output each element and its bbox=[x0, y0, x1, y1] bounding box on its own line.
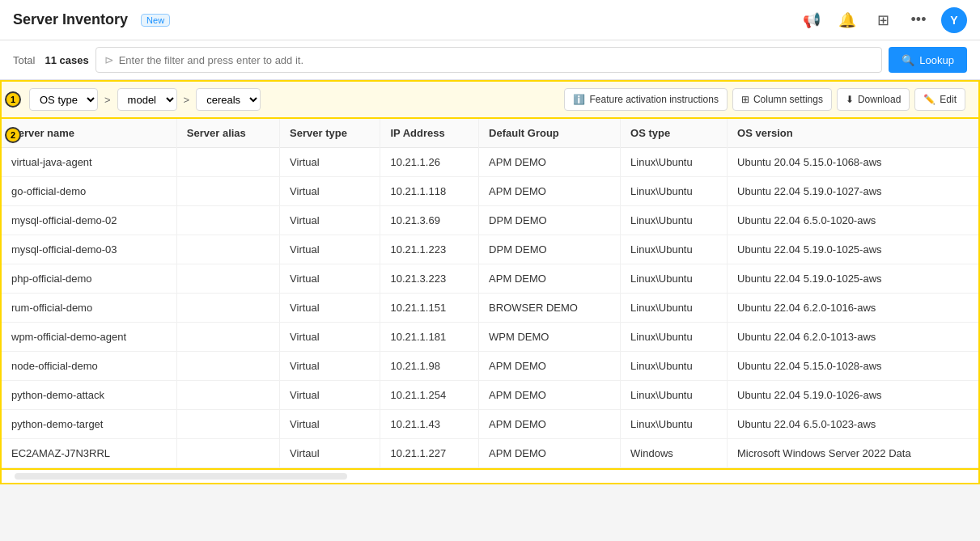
table-cell: 10.21.1.118 bbox=[380, 177, 479, 206]
table-cell: EC2AMAZ-J7N3RRL bbox=[2, 439, 176, 468]
table-cell bbox=[176, 381, 279, 410]
table-cell: APM DEMO bbox=[479, 177, 621, 206]
edit-icon: ✏️ bbox=[923, 94, 935, 105]
table-row: EC2AMAZ-J7N3RRLVirtaul10.21.1.227APM DEM… bbox=[2, 439, 978, 468]
table-cell: APM DEMO bbox=[479, 410, 621, 439]
scrollbar-track[interactable] bbox=[15, 473, 347, 480]
table-cell: APM DEMO bbox=[479, 352, 621, 381]
table-cell: Linux\Ubuntu bbox=[621, 264, 728, 294]
download-icon: ⬇ bbox=[846, 94, 854, 105]
table-cell: 10.21.1.254 bbox=[380, 381, 479, 410]
table-row: go-official-demoVirtual10.21.1.118APM DE… bbox=[2, 177, 978, 206]
header: Server Inventory New 📢 🔔 ⊞ ••• Y bbox=[0, 0, 980, 40]
table-row: virtual-java-agentVirtual10.21.1.26APM D… bbox=[2, 148, 978, 177]
feature-activation-button[interactable]: ℹ️ Feature activation instructions bbox=[564, 88, 727, 111]
col-os-type: OS type bbox=[621, 119, 728, 148]
table-cell: php-official-demo bbox=[2, 264, 176, 294]
col-server-type: Server type bbox=[280, 119, 380, 148]
table-cell bbox=[176, 294, 279, 323]
table-cell: Virtual bbox=[280, 381, 380, 410]
filter-row: 1 OS type > model > cereals ℹ️ Feature a… bbox=[0, 80, 980, 119]
table-cell: Ubuntu 22.04 6.5.0-1023-aws bbox=[728, 410, 978, 439]
table-cell: Ubuntu 22.04 5.19.0-1027-aws bbox=[728, 177, 978, 206]
table-cell: APM DEMO bbox=[479, 148, 621, 177]
new-badge: New bbox=[141, 14, 170, 27]
table-cell: Virtual bbox=[280, 177, 380, 206]
table-cell: Virtual bbox=[280, 410, 380, 439]
table-cell: Ubuntu 22.04 6.2.0-1013-aws bbox=[728, 323, 978, 352]
scrollbar-row bbox=[0, 470, 980, 484]
table-cell: Linux\Ubuntu bbox=[621, 294, 728, 323]
table-header: Server name Server alias Server type IP … bbox=[2, 119, 978, 148]
edit-button[interactable]: ✏️ Edit bbox=[914, 88, 965, 111]
table-cell: APM DEMO bbox=[479, 381, 621, 410]
table-cell bbox=[176, 439, 279, 468]
columns-icon: ⊞ bbox=[741, 94, 749, 105]
table-cell: Linux\Ubuntu bbox=[621, 381, 728, 410]
table-cell: APM DEMO bbox=[479, 439, 621, 468]
grid-icon[interactable]: ⊞ bbox=[870, 7, 896, 33]
step1-badge: 1 bbox=[5, 91, 21, 108]
column-settings-button[interactable]: ⊞ Column settings bbox=[732, 88, 832, 111]
header-icons: 📢 🔔 ⊞ ••• Y bbox=[799, 7, 967, 33]
table-cell: Virtual bbox=[280, 206, 380, 235]
filter-icon: ⊳ bbox=[104, 53, 114, 66]
arrow1: > bbox=[104, 94, 111, 106]
table-cell: Linux\Ubuntu bbox=[621, 323, 728, 352]
total-count: 11 cases bbox=[45, 54, 88, 66]
table-row: python-demo-targetVirtual10.21.1.43APM D… bbox=[2, 410, 978, 439]
table-row: mysql-official-demo-03Virtual10.21.1.223… bbox=[2, 235, 978, 264]
table-body: virtual-java-agentVirtual10.21.1.26APM D… bbox=[2, 148, 978, 468]
info-icon: ℹ️ bbox=[573, 94, 585, 105]
page-title: Server Inventory bbox=[13, 11, 128, 28]
table-cell bbox=[176, 264, 279, 294]
table-cell: python-demo-attack bbox=[2, 381, 176, 410]
col-os-version: OS version bbox=[728, 119, 978, 148]
table-cell: node-official-demo bbox=[2, 352, 176, 381]
table-cell: 10.21.1.43 bbox=[380, 410, 479, 439]
table-cell: Virtual bbox=[280, 148, 380, 177]
download-label: Download bbox=[858, 94, 901, 105]
table-cell: 10.21.1.223 bbox=[380, 235, 479, 264]
table-cell: DPM DEMO bbox=[479, 206, 621, 235]
table-row: mysql-official-demo-02Virtual10.21.3.69D… bbox=[2, 206, 978, 235]
os-type-select[interactable]: OS type bbox=[29, 88, 98, 111]
filter-input[interactable] bbox=[119, 54, 874, 66]
table-cell: mysql-official-demo-02 bbox=[2, 206, 176, 235]
table-row: rum-official-demoVirtual10.21.1.151BROWS… bbox=[2, 294, 978, 323]
col-default-group: Default Group bbox=[479, 119, 621, 148]
table-cell: Ubuntu 20.04 5.15.0-1068-aws bbox=[728, 148, 978, 177]
model-select[interactable]: model bbox=[117, 88, 177, 111]
table-cell: Ubuntu 22.04 5.19.0-1026-aws bbox=[728, 381, 978, 410]
table-cell bbox=[176, 235, 279, 264]
more-icon[interactable]: ••• bbox=[906, 7, 931, 33]
lookup-button[interactable]: 🔍 Lookup bbox=[889, 47, 967, 73]
table-cell: Virtual bbox=[280, 352, 380, 381]
megaphone-icon[interactable]: 📢 bbox=[799, 7, 825, 33]
filter-input-wrap: ⊳ bbox=[95, 47, 883, 73]
lookup-label: Lookup bbox=[919, 54, 954, 66]
table-row: wpm-official-demo-agentVirtual10.21.1.18… bbox=[2, 323, 978, 352]
table-cell bbox=[176, 206, 279, 235]
table-wrap: 2 Server name Server alias Server type I… bbox=[0, 119, 980, 470]
table-cell: go-official-demo bbox=[2, 177, 176, 206]
bell-icon[interactable]: 🔔 bbox=[834, 7, 860, 33]
col-server-name: Server name bbox=[2, 119, 176, 148]
table-cell bbox=[176, 148, 279, 177]
table-cell: Linux\Ubuntu bbox=[621, 206, 728, 235]
download-button[interactable]: ⬇ Download bbox=[837, 88, 910, 111]
table-cell: Virtaul bbox=[280, 439, 380, 468]
table-cell bbox=[176, 410, 279, 439]
avatar[interactable]: Y bbox=[941, 7, 967, 33]
table-cell: 10.21.3.223 bbox=[380, 264, 479, 294]
table-row: node-official-demoVirtual10.21.1.98APM D… bbox=[2, 352, 978, 381]
cereals-select[interactable]: cereals bbox=[196, 88, 261, 111]
table-cell: Ubuntu 22.04 6.5.0-1020-aws bbox=[728, 206, 978, 235]
table-cell: 10.21.1.151 bbox=[380, 294, 479, 323]
col-ip: IP Address bbox=[380, 119, 479, 148]
table-cell: Linux\Ubuntu bbox=[621, 148, 728, 177]
table-cell: Linux\Ubuntu bbox=[621, 352, 728, 381]
table-cell: rum-official-demo bbox=[2, 294, 176, 323]
table-cell: Virtual bbox=[280, 264, 380, 294]
table-cell: APM DEMO bbox=[479, 264, 621, 294]
